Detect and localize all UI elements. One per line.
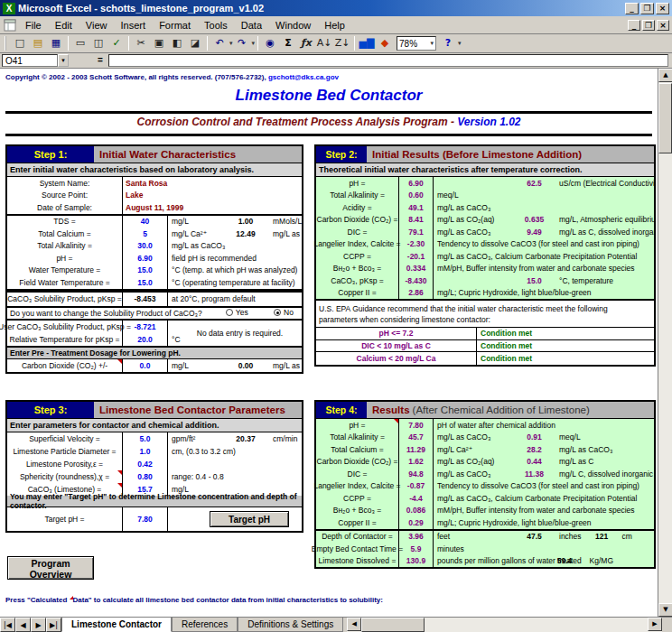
- menu-item[interactable]: Data: [236, 18, 267, 33]
- input-cell[interactable]: 15.7: [123, 483, 168, 496]
- paste-icon[interactable]: ◧: [168, 35, 186, 51]
- row-label: Total Alkalinity =: [316, 432, 399, 444]
- table-row: Limestone Particle Diameter = 1.0 cm, (0…: [7, 445, 302, 458]
- input-cell[interactable]: 15.0: [123, 276, 168, 289]
- equals-button[interactable]: =: [94, 54, 107, 67]
- menu-item[interactable]: Edit: [50, 18, 78, 33]
- row-units: meq/L: [434, 190, 654, 202]
- close-icon[interactable]: ×: [656, 3, 669, 14]
- input-cell[interactable]: Lake: [123, 190, 302, 202]
- scroll-right-icon[interactable]: ▶: [648, 618, 662, 631]
- radio-option[interactable]: No: [274, 308, 294, 317]
- table-row: Carbon Dioxide (CO₂) = 8.41 mg/L as CO₂(…: [316, 214, 654, 227]
- input-cell[interactable]: 20.0: [123, 333, 168, 346]
- computed-cell: 0.60: [399, 190, 434, 202]
- open-icon[interactable]: ▤: [29, 35, 47, 51]
- restore-icon[interactable]: ❐: [640, 3, 654, 14]
- menu-item[interactable]: View: [80, 18, 113, 33]
- sheet-tab[interactable]: References: [172, 618, 238, 632]
- radio-option[interactable]: Yes: [226, 308, 248, 317]
- paste-function-icon[interactable]: ƒx: [297, 35, 315, 51]
- radio-icon[interactable]: [226, 309, 233, 316]
- input-cell[interactable]: Santa Rosa: [123, 177, 302, 190]
- first-sheet-icon[interactable]: |◀: [0, 618, 15, 632]
- input-cell[interactable]: 1.0: [123, 445, 168, 458]
- input-cell[interactable]: 6.90: [123, 252, 168, 265]
- scroll-left-icon[interactable]: ◀: [347, 618, 361, 631]
- input-cell[interactable]: 0.42: [123, 458, 168, 470]
- doc-close-icon[interactable]: ×: [657, 20, 669, 31]
- input-cell[interactable]: 5: [123, 228, 168, 240]
- input-cell[interactable]: August 11, 1999: [123, 201, 302, 214]
- menu-item[interactable]: Window: [270, 18, 316, 33]
- menu-bar: File Edit View Insert Format Tools Data …: [0, 16, 672, 34]
- row-units: mg/L; Cupric Hydroxide, light blue/blue-…: [434, 516, 654, 529]
- doc-minimize-icon[interactable]: _: [628, 20, 640, 31]
- row-label: Langelier Index, Calcite =: [316, 238, 399, 251]
- name-box-dropdown-icon[interactable]: ▾: [58, 54, 69, 67]
- copy-icon[interactable]: ▣: [150, 35, 168, 51]
- horizontal-scrollbar[interactable]: ◀ ▶: [347, 618, 662, 632]
- redo-dropdown-icon[interactable]: ▾: [252, 40, 256, 47]
- input-cell[interactable]: 15.0: [123, 265, 168, 277]
- hyperlink-icon[interactable]: ◉: [261, 35, 279, 51]
- zoom-control[interactable]: 78% ▾: [397, 36, 436, 51]
- undo-icon[interactable]: ↶: [210, 35, 229, 51]
- sheet-tab[interactable]: Limestone Contactor: [61, 618, 172, 632]
- menu-item[interactable]: Tools: [199, 18, 233, 33]
- formula-input[interactable]: [108, 54, 668, 67]
- help-icon[interactable]: ?: [439, 35, 457, 51]
- horizontal-scroll-thumb[interactable]: [361, 618, 425, 632]
- scroll-down-icon[interactable]: ▼: [658, 603, 672, 617]
- toolbar-options-icon[interactable]: ▾: [458, 40, 462, 47]
- computed-cell: 0.29: [399, 516, 434, 529]
- divider: [5, 111, 652, 114]
- spelling-icon[interactable]: ✓: [107, 35, 126, 51]
- toolbar-grip[interactable]: [5, 36, 8, 51]
- target-ph-button[interactable]: Target pH: [210, 511, 289, 527]
- input-cell[interactable]: 30.0: [123, 240, 168, 253]
- input-cell[interactable]: 40: [123, 216, 168, 228]
- sort-descending-icon[interactable]: Z↓: [333, 35, 351, 51]
- row-units: pH of water after chemical addition: [434, 419, 654, 432]
- computed-cell: 45.7: [399, 432, 434, 444]
- input-cell[interactable]: 0.80: [123, 470, 168, 483]
- vertical-scrollbar[interactable]: ▲ ▼: [658, 69, 672, 617]
- menu-item[interactable]: File: [20, 18, 47, 33]
- save-icon[interactable]: ▦: [47, 35, 65, 51]
- last-sheet-icon[interactable]: ▶|: [46, 618, 61, 632]
- step3-rows: Superficial Velocity = 5.0 gpm/ft² 20.37…: [7, 432, 302, 496]
- radio-icon[interactable]: [274, 309, 281, 316]
- doc-restore-icon[interactable]: ❐: [642, 20, 655, 31]
- menu-item[interactable]: Help: [319, 18, 350, 33]
- horizontal-scroll-track[interactable]: [425, 618, 648, 632]
- cut-icon[interactable]: ✂: [132, 35, 150, 51]
- vertical-scroll-track[interactable]: [658, 153, 672, 603]
- minimize-icon[interactable]: _: [625, 3, 639, 14]
- chart-wizard-icon[interactable]: ▅▇: [358, 35, 376, 51]
- redo-icon[interactable]: ↷: [233, 35, 251, 51]
- menu-item[interactable]: Format: [154, 18, 196, 33]
- copyright-email[interactable]: gschott@dks.ca.gov: [268, 73, 339, 81]
- next-sheet-icon[interactable]: ▶: [31, 618, 46, 632]
- target-ph-bar: You may enter "Target pH" to determine L…: [7, 496, 302, 507]
- drawing-icon[interactable]: ◆: [376, 35, 394, 51]
- input-cell[interactable]: 5.0: [123, 432, 168, 445]
- sheet-tab[interactable]: Definitions & Settings: [238, 618, 343, 632]
- scroll-up-icon[interactable]: ▲: [658, 69, 672, 82]
- print-icon[interactable]: ▭: [71, 35, 89, 51]
- format-painter-icon[interactable]: ◪: [186, 35, 204, 51]
- prev-sheet-icon[interactable]: ◀: [15, 618, 31, 632]
- print-preview-icon[interactable]: ◫: [89, 35, 107, 51]
- vertical-scroll-thumb[interactable]: [658, 83, 672, 153]
- row-units: range: 0.4 - 0.8: [168, 470, 302, 483]
- sort-ascending-icon[interactable]: A↓: [315, 35, 333, 51]
- autosum-icon[interactable]: Σ: [279, 35, 297, 51]
- menu-item[interactable]: Insert: [116, 18, 152, 33]
- condition-row: Calcium < 20 mg/L Ca Condition met: [316, 352, 654, 365]
- name-box[interactable]: O41: [2, 54, 58, 67]
- input-cell[interactable]: 0.0: [123, 359, 168, 372]
- new-icon[interactable]: □: [11, 35, 29, 51]
- program-overview-button[interactable]: Program Overview: [7, 556, 94, 580]
- input-cell[interactable]: 7.80: [123, 507, 168, 531]
